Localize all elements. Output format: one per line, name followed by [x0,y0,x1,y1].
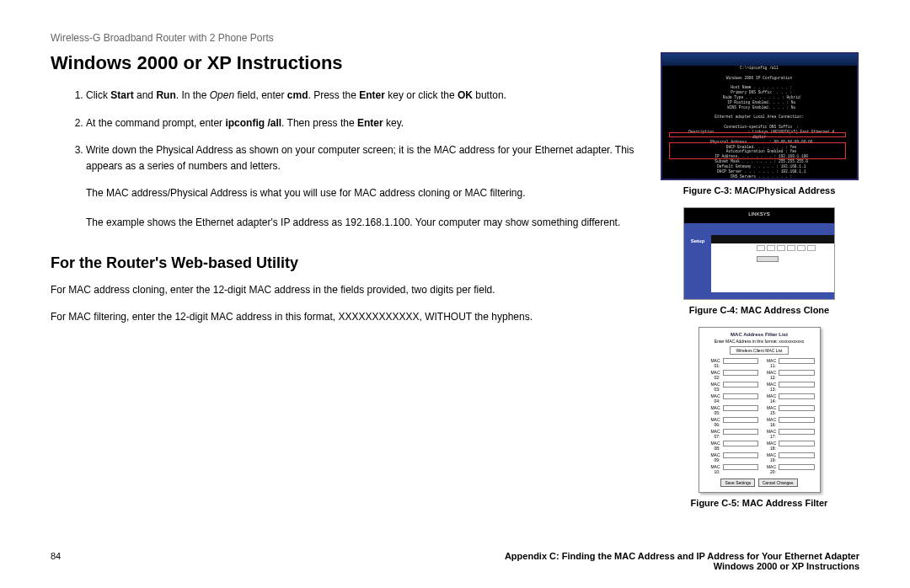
mac-cell [777,245,785,251]
filter-input [723,441,759,446]
router-setup-label: Setup [684,235,711,247]
text: . Then press the [281,117,357,129]
filter-label: MAC 17: [760,429,777,439]
italic: Open [210,89,234,101]
filter-input [779,441,815,446]
filter-label: MAC 18: [760,441,777,451]
filter-input [723,358,759,364]
filter-label: MAC 08: [704,441,721,451]
filter-label: MAC 07: [704,429,721,439]
filter-label: MAC 06: [704,417,721,427]
filter-input [723,405,759,411]
instruction-list: Click Start and Run. In the Open field, … [51,88,639,174]
filter-title: MAC Address Filter List [704,332,815,337]
filter-buttons: Save Settings Cancel Changes [704,478,815,487]
filter-input [723,429,759,435]
text: key or click the [385,89,458,101]
filter-input [779,464,815,470]
router-footer [684,292,834,299]
filter-label: MAC 01: [704,358,721,368]
filter-input [779,382,815,388]
filter-label: MAC 03: [704,382,721,392]
bold: Enter [357,117,383,129]
figure-c3: C:\>ipconfig /all Windows 2000 IP Config… [659,52,859,195]
bold: OK [458,89,473,101]
heading-web-utility: For the Router's Web-based Utility [51,254,639,272]
page-number: 84 [51,551,61,561]
step-1: Click Start and Run. In the Open field, … [86,88,639,104]
text: key. [383,117,404,129]
filter-input [779,358,815,364]
filter-select-box: Wireless Client MAC List [730,346,788,355]
body-paragraph-2: For MAC filtering, enter the 12-digit MA… [51,309,639,325]
filter-input [779,393,815,399]
mac-cell [787,245,795,251]
mac-filter-window: MAC Address Filter List Enter MAC Addres… [699,327,821,493]
row-label [713,245,755,251]
mac-cell [757,245,765,251]
save-settings-button: Save Settings [720,478,755,487]
text: Click [86,89,110,101]
filter-input [779,370,815,376]
filter-label: MAC 10: [704,464,721,474]
body-paragraph-1: For MAC address cloning, enter the 12-di… [51,282,639,298]
cancel-changes-button: Cancel Changes [758,478,798,487]
filter-label: MAC 19: [760,452,777,462]
cmd-titlebar [662,54,857,66]
bold: Enter [359,89,385,101]
text: At the command prompt, enter [86,117,225,129]
step-2: At the command prompt, enter ipconfig /a… [86,115,639,131]
router-nav [711,235,834,243]
filter-input [723,452,759,458]
appendix-title: Appendix C: Finding the MAC Address and … [51,551,859,561]
step-3: Write down the Physical Address as shown… [86,142,639,174]
cmd-window: C:\>ipconfig /all Windows 2000 IP Config… [661,52,859,180]
sub-paragraph-2: The example shows the Ethernet adapter's… [86,215,639,231]
filter-label: MAC 12: [760,370,777,380]
text: field, enter [234,89,287,101]
bold: Start [110,89,133,101]
filter-input [723,393,759,399]
figures-sidebar: C:\>ipconfig /all Windows 2000 IP Config… [659,52,859,520]
filter-label: MAC 14: [760,393,777,404]
mac-cell [807,245,816,251]
heading-win2000xp: Windows 2000 or XP Instructions [51,52,639,74]
mac-cell [767,245,775,251]
filter-subtitle: Enter MAC Address in this format: xxxxxx… [704,339,815,344]
text: button. [473,89,506,101]
filter-input [779,405,815,411]
filter-label: MAC 05: [704,405,721,415]
filter-label: MAC 04: [704,393,721,404]
mini-button [757,256,779,262]
router-main [713,245,831,291]
text: . Press the [308,89,360,101]
text: and [134,89,157,101]
page-footer: 84 Appendix C: Finding the MAC Address a… [51,551,859,571]
figure-c4: LINKSYS Setup [659,207,859,315]
text: . In the [176,89,210,101]
router-side: Setup [684,235,711,292]
router-admin-page: LINKSYS Setup [683,207,835,300]
filter-input [779,452,815,458]
filter-input [723,370,759,376]
figure-c4-caption: Figure C-4: MAC Address Clone [659,305,859,315]
filter-input [723,464,759,470]
filter-input [723,382,759,388]
figure-c3-caption: Figure C-3: MAC/Physical Address [659,185,859,195]
main-content: Windows 2000 or XP Instructions Click St… [51,52,639,520]
filter-label: MAC 13: [760,382,777,392]
bold: ipconfig /all [225,117,281,129]
filter-label: MAC 15: [760,405,777,415]
router-brand: LINKSYS [684,208,834,223]
filter-input [779,429,815,435]
filter-input [723,417,759,423]
filter-label: MAC 16: [760,417,777,427]
sub-paragraph-1: The MAC address/Physical Address is what… [86,185,639,201]
filter-select: Wireless Client MAC List [704,346,815,355]
mac-cell [797,245,806,251]
figure-c5: MAC Address Filter List Enter MAC Addres… [659,327,859,508]
text: Write down the Physical Address as shown… [86,144,634,172]
figure-c5-caption: Figure C-5: MAC Address Filter [659,498,859,508]
row-label [713,253,755,262]
filter-label: MAC 02: [704,370,721,380]
